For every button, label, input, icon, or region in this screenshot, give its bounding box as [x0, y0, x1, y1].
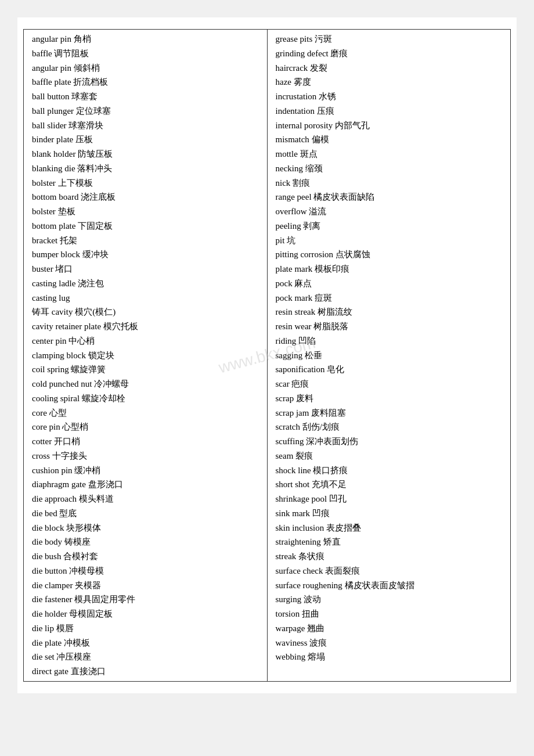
- list-item: grease pits 污斑: [276, 32, 503, 46]
- list-item: overflow 溢流: [276, 204, 503, 219]
- list-item: bracket 托架: [32, 233, 259, 248]
- list-item: die set 冲压模座: [32, 650, 259, 664]
- list-item: nick 割痕: [276, 176, 503, 190]
- list-item: blanking die 落料冲头: [32, 161, 259, 176]
- list-item: sink mark 凹痕: [276, 506, 503, 521]
- list-item: casting lug: [32, 291, 259, 305]
- list-item: die bed 型底: [32, 506, 259, 521]
- list-item: baffle plate 折流档板: [32, 75, 259, 89]
- list-item: baffle 调节阻板: [32, 46, 259, 61]
- list-item: scar 疤痕: [276, 377, 503, 391]
- list-item: cotter 开口梢: [32, 434, 259, 449]
- list-item: riding 凹陷: [276, 334, 503, 348]
- left-column: angular pin 角梢baffle 调节阻板angular pin 倾斜梢…: [24, 30, 268, 682]
- list-item: plate mark 模板印痕: [276, 262, 503, 276]
- right-column: grease pits 污斑grinding defect 磨痕haircrac…: [267, 30, 511, 682]
- list-item: resin wear 树脂脱落: [276, 319, 503, 334]
- list-item: bolster 上下模板: [32, 176, 259, 190]
- list-item: scratch 刮伤/划痕: [276, 420, 503, 434]
- list-item: center pin 中心梢: [32, 334, 259, 348]
- list-item: coil spring 螺旋弹簧: [32, 362, 259, 377]
- list-item: scrap 废料: [276, 391, 503, 406]
- list-item: indentation 压痕: [276, 104, 503, 118]
- list-item: surface roughening 橘皮状表面皮皱摺: [276, 578, 503, 593]
- list-item: incrustation 水锈: [276, 89, 503, 104]
- list-item: straightening 矫直: [276, 535, 503, 549]
- list-item: torsion 扭曲: [276, 607, 503, 621]
- list-item: bottom plate 下固定板: [32, 219, 259, 233]
- list-item: necking 缩颈: [276, 161, 503, 176]
- list-item: mismatch 偏模: [276, 132, 503, 147]
- list-item: angular pin 角梢: [32, 32, 259, 46]
- list-item: cold punched nut 冷冲螺母: [32, 377, 259, 391]
- list-item: cross 十字接头: [32, 449, 259, 463]
- list-item: haircrack 发裂: [276, 61, 503, 75]
- list-item: grinding defect 磨痕: [276, 46, 503, 61]
- list-item: die fastener 模具固定用零件: [32, 592, 259, 607]
- list-item: die approach 模头料道: [32, 492, 259, 506]
- list-item: core 心型: [32, 406, 259, 420]
- list-item: pock mark 痘斑: [276, 291, 503, 305]
- list-item: bolster 垫板: [32, 204, 259, 219]
- list-item: direct gate 直接浇口: [32, 664, 259, 679]
- list-item: die lip 模唇: [32, 621, 259, 636]
- list-item: range peel 橘皮状表面缺陷: [276, 190, 503, 204]
- list-item: webbing 熔塌: [276, 650, 503, 664]
- list-item: die button 冲模母模: [32, 564, 259, 578]
- list-item: die bush 合模衬套: [32, 549, 259, 564]
- list-item: resin streak 树脂流纹: [276, 305, 503, 319]
- list-item: scuffing 深冲表面划伤: [276, 434, 503, 449]
- list-item: pit 坑: [276, 233, 503, 248]
- list-item: cavity retainer plate 模穴托板: [32, 319, 259, 334]
- list-item: scrap jam 废料阻塞: [276, 406, 503, 420]
- list-item: angular pin 倾斜梢: [32, 61, 259, 75]
- list-item: pitting corrosion 点状腐蚀: [276, 247, 503, 262]
- list-item: ball button 球塞套: [32, 89, 259, 104]
- list-item: sagging 松垂: [276, 348, 503, 363]
- list-item: shrinkage pool 凹孔: [276, 492, 503, 506]
- list-item: die holder 母模固定板: [32, 607, 259, 621]
- list-item: short shot 充填不足: [276, 477, 503, 492]
- list-item: warpage 翘曲: [276, 621, 503, 636]
- list-item: binder plate 压板: [32, 132, 259, 147]
- list-item: die plate 冲模板: [32, 636, 259, 650]
- list-item: core pin 心型梢: [32, 420, 259, 434]
- list-item: ball slider 球塞滑块: [32, 118, 259, 133]
- list-item: buster 堵口: [32, 262, 259, 276]
- list-item: cooling spiral 螺旋冷却栓: [32, 391, 259, 406]
- list-item: clamping block 锁定块: [32, 348, 259, 363]
- list-item: surging 波动: [276, 592, 503, 607]
- list-item: seam 裂痕: [276, 449, 503, 463]
- list-item: die block 块形模体: [32, 521, 259, 535]
- list-item: shock line 模口挤痕: [276, 463, 503, 478]
- list-item: haze 雾度: [276, 75, 503, 89]
- list-item: peeling 剥离: [276, 219, 503, 233]
- list-item: die body 铸模座: [32, 535, 259, 549]
- list-item: saponification 皂化: [276, 362, 503, 377]
- main-table: angular pin 角梢baffle 调节阻板angular pin 倾斜梢…: [23, 29, 511, 682]
- list-item: streak 条状痕: [276, 549, 503, 564]
- list-item: surface check 表面裂痕: [276, 564, 503, 578]
- list-item: 铸耳 cavity 模穴(模仁): [32, 305, 259, 319]
- list-item: cushion pin 缓冲梢: [32, 463, 259, 478]
- list-item: diaphragm gate 盘形浇口: [32, 477, 259, 492]
- list-item: bumper block 缓冲块: [32, 247, 259, 262]
- list-item: internal porosity 内部气孔: [276, 118, 503, 133]
- list-item: die clamper 夹模器: [32, 578, 259, 593]
- list-item: pock 麻点: [276, 276, 503, 291]
- list-item: skin inclusion 表皮摺叠: [276, 521, 503, 535]
- list-item: ball plunger 定位球塞: [32, 104, 259, 118]
- list-item: bottom board 浇注底板: [32, 190, 259, 204]
- list-item: mottle 斑点: [276, 147, 503, 161]
- list-item: waviness 波痕: [276, 636, 503, 650]
- list-item: blank holder 防皱压板: [32, 147, 259, 161]
- list-item: casting ladle 浇注包: [32, 276, 259, 291]
